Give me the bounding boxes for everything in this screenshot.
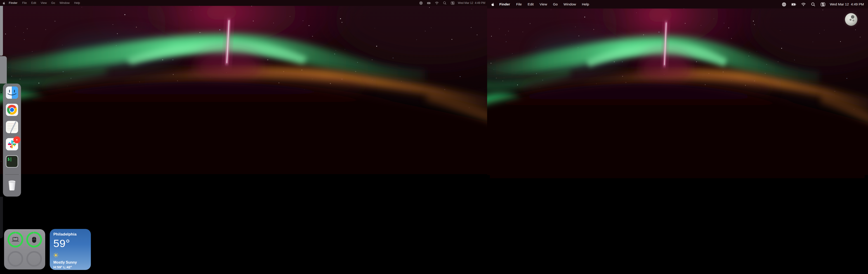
terminal-prompt: $| [7, 157, 12, 161]
dock-item-chrome[interactable] [6, 104, 18, 116]
battery-charging-icon[interactable] [425, 1, 433, 5]
dock-item-trash[interactable] [6, 178, 18, 191]
menu-date: Wed Mar 12 [830, 2, 849, 6]
offscreen-window-edge-mid[interactable] [0, 56, 7, 84]
menu-bar-left: Finder File Edit View Go Window Help Wed… [0, 0, 487, 6]
menu-item-file[interactable]: File [20, 1, 29, 4]
weather-widget[interactable]: Philadelphia 59° Mostly Sunny H:59° L:42… [50, 229, 91, 270]
offscreen-window-edge-bottom[interactable] [0, 197, 3, 238]
apple-menu-icon[interactable] [2, 1, 5, 5]
display-right: Finder File Edit View Go Window Help Wed… [487, 0, 868, 274]
control-center-icon[interactable] [449, 1, 457, 5]
menu-item-window[interactable]: Window [561, 2, 579, 6]
menu-item-edit[interactable]: Edit [29, 1, 38, 4]
laptop-icon [12, 237, 19, 242]
weather-city: Philadelphia [53, 232, 87, 237]
menu-item-window[interactable]: Window [57, 1, 72, 4]
menu-date: Wed Mar 12 [458, 1, 473, 4]
dock-item-notes[interactable] [6, 121, 18, 133]
menu-item-view[interactable]: View [537, 2, 550, 6]
wallpaper-aurora [487, 8, 868, 274]
menu-item-help[interactable]: Help [72, 1, 82, 4]
apple-menu-icon[interactable] [491, 2, 494, 6]
running-indicator-notes [1, 126, 2, 128]
menu-item-file[interactable]: File [513, 2, 525, 6]
menu-time: 4:49 PM [851, 2, 864, 6]
menu-bar-right: Finder File Edit View Go Window Help Wed… [487, 0, 868, 9]
running-indicator-terminal [1, 161, 2, 162]
weather-temperature: 59° [53, 237, 87, 250]
menu-app-name[interactable]: Finder [494, 2, 513, 6]
spotlight-icon[interactable] [808, 2, 818, 7]
menu-item-view[interactable]: View [38, 1, 49, 4]
running-indicator-finder [1, 92, 2, 93]
wifi-icon[interactable] [799, 2, 808, 7]
menu-item-go[interactable]: Go [550, 2, 561, 6]
batteries-widget[interactable] [4, 229, 45, 270]
menu-clock[interactable]: Wed Mar 12 4:49 PM [458, 1, 485, 4]
running-indicator-chrome [1, 109, 2, 110]
moon [845, 13, 857, 26]
dock: $| [3, 84, 21, 196]
menu-item-go[interactable]: Go [49, 1, 57, 4]
empty-battery-ring [27, 252, 41, 266]
menu-time: 4:49 PM [475, 1, 485, 4]
desktop: Finder File Edit View Go Window Help Wed… [0, 0, 868, 274]
laptop-battery-ring [7, 231, 24, 248]
empty-battery-ring [8, 252, 22, 266]
offscreen-window-edge-top[interactable] [0, 6, 3, 56]
weather-condition: Mostly Sunny [53, 261, 87, 265]
wifi-icon[interactable] [433, 1, 441, 5]
dock-item-slack[interactable] [6, 138, 18, 150]
control-center-icon[interactable] [818, 2, 828, 7]
mouse-icon [32, 237, 36, 243]
sun-icon [53, 253, 58, 258]
display-left: Finder File Edit View Go Window Help Wed… [0, 0, 487, 274]
gear-icon[interactable] [779, 2, 789, 7]
weather-high-low: H:59° L:42° [53, 265, 87, 269]
battery-charging-icon[interactable] [789, 2, 799, 7]
slack-notification-badge [13, 136, 20, 143]
dock-item-terminal[interactable]: $| [6, 155, 18, 168]
menu-item-edit[interactable]: Edit [525, 2, 537, 6]
spotlight-icon[interactable] [441, 1, 449, 5]
menu-clock[interactable]: Wed Mar 12 4:49 PM [830, 2, 864, 6]
menu-app-name[interactable]: Finder [5, 1, 20, 4]
gear-icon[interactable] [417, 1, 425, 5]
running-indicator-slack [1, 143, 2, 145]
dock-item-finder[interactable] [6, 86, 18, 99]
menu-item-help[interactable]: Help [579, 2, 592, 6]
